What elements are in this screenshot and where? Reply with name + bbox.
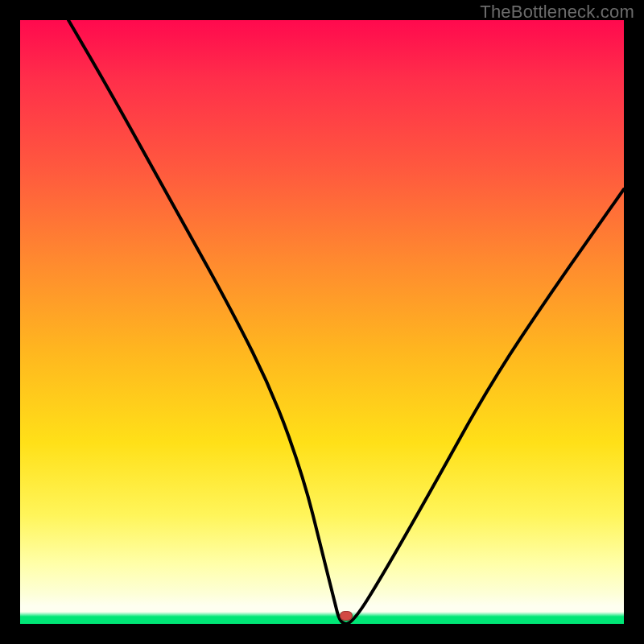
plot-area	[20, 20, 624, 624]
bottleneck-curve	[20, 20, 624, 624]
bottleneck-curve-path	[68, 20, 624, 624]
watermark-text: TheBottleneck.com	[480, 2, 634, 23]
selected-point-marker	[340, 611, 353, 621]
chart-frame: TheBottleneck.com	[0, 0, 644, 644]
